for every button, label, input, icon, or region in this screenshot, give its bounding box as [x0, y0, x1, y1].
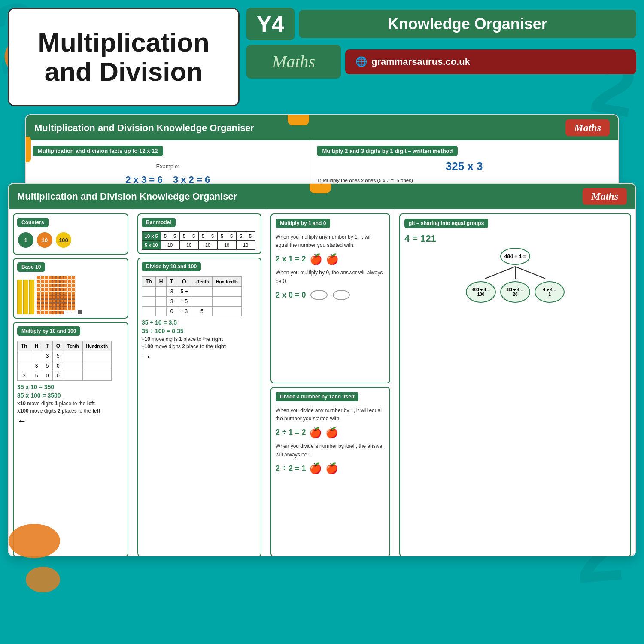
main-header-title: Multiplication and Division Knowledge Or…	[17, 191, 237, 202]
div-1-text1: When you divide any number by 1, it will…	[276, 407, 385, 423]
card-main: Multiplication and Division Knowledge Or…	[8, 183, 636, 556]
div-1-eq-row: 2 ÷ 1 = 2 🍎 🍎	[276, 425, 385, 440]
div-1-itself-section: Divide a number by 1and itself When you …	[270, 387, 390, 556]
base10-label: Base 10	[17, 262, 45, 272]
right-arrow: →	[142, 351, 257, 362]
mult-row-1: 3 5	[18, 351, 112, 361]
div-r3-tenth: 5	[191, 307, 213, 316]
div-rule1: ÷10 move digits 1 place to the right	[142, 336, 257, 342]
bar-model-table: 10 x 5 5 5 5 5 5 5 5 5 5	[142, 231, 255, 250]
apple-4: 🍎	[325, 427, 338, 439]
mult-10-100-table: Th H T O Tenth Hundredth	[17, 341, 112, 381]
col-hundredth: Hundredth	[82, 341, 112, 351]
bottom-badges: Maths 🌐 grammarsaurus.co.uk	[246, 45, 636, 79]
tab-indicator	[25, 137, 31, 162]
div-rule1-text: ÷10 move digits 1 place to the right	[142, 336, 223, 342]
mult-1-eq-row: 2 x 1 = 2 🍎 🍎	[276, 252, 385, 266]
bar-row-1: 10 x 5 5 5 5 5 5 5 5 5 5	[142, 232, 255, 241]
counter-val-1: 1	[18, 232, 33, 248]
ko-badge: Knowledge Organiser	[299, 10, 636, 38]
counters-row: 1 10 100	[17, 231, 124, 249]
div-10-100-table: Th H T O ÷Tenth Hundredth	[142, 276, 242, 316]
base10-bars	[17, 280, 34, 314]
digit-sharing-label: git – sharing into equal groups	[404, 219, 488, 228]
mult-row-3: 3 5 0 0	[18, 371, 112, 381]
year-badge: Y4	[246, 8, 295, 40]
digit-sharing-section: git – sharing into equal groups 4 = 121 …	[399, 213, 631, 556]
col-th: Th	[18, 341, 31, 351]
col-t: T	[42, 341, 52, 351]
bar-val-b3: 10	[198, 241, 217, 250]
apple-2: 🍎	[326, 253, 339, 265]
bar-val-9: 5	[236, 232, 246, 241]
div-row-1: 3 5 ÷	[142, 287, 242, 297]
div-t: T	[167, 277, 177, 287]
mult-0-eq2: 2 x 0 = 0	[276, 291, 306, 300]
tree-node-3: 4 ÷ 4 =1	[535, 281, 565, 303]
apple-1: 🍎	[310, 253, 322, 265]
bar-val-4: 5	[189, 232, 198, 241]
subtitle-text: 4 = 121	[404, 233, 436, 244]
mult-rule1: x10 move digits 1 place to the left	[17, 401, 124, 407]
mult-row-2: 3 5 0	[18, 361, 112, 371]
oval-1	[310, 290, 328, 300]
mult-r2-o: 0	[52, 361, 64, 371]
grammar-text: grammarsaurus.co.uk	[371, 56, 470, 67]
counter-val-100: 100	[56, 232, 71, 248]
top-area: Multiplication and Division Y4 Knowledge…	[8, 8, 636, 106]
tree-diagram: 484 ÷ 4 = 400 ÷ 4 =100	[404, 248, 626, 303]
col-h: H	[31, 341, 42, 351]
bar-label-2: 5 x 10	[142, 241, 161, 250]
top-badges: Y4 Knowledge Organiser	[246, 8, 636, 40]
left-arrow: ←	[17, 416, 124, 427]
div-hundredth: Hundredth	[213, 277, 242, 287]
mult-r1-t: 3	[42, 351, 52, 361]
blob-orange-2	[9, 524, 60, 558]
mult-rule2-x100: x100 move digits 2 places to the left	[17, 408, 100, 414]
base10-unit	[78, 310, 82, 314]
main-maths-badge: Maths	[583, 188, 627, 205]
counters-label: Counters	[17, 218, 49, 227]
tree-node-3-text: 4 ÷ 4 =1	[543, 287, 556, 297]
tree-example: 484 ÷ 4 =	[504, 253, 526, 259]
div-o: O	[177, 277, 191, 287]
grammar-badge: 🌐 grammarsaurus.co.uk	[345, 49, 636, 74]
mult-r3-t: 0	[42, 371, 52, 381]
main-wrapper: Multiplication and Division Y4 Knowledge…	[0, 0, 644, 644]
mult-r3-h: 5	[31, 371, 42, 381]
tree-node-1-text: 400 ÷ 4 =100	[472, 287, 490, 297]
mult-10-100-label: Multiply by 10 and 100	[17, 326, 80, 336]
bar-val-7: 5	[217, 232, 227, 241]
header-right: Y4 Knowledge Organiser Maths 🌐 grammarsa…	[246, 8, 636, 106]
tree-top-node: 484 ÷ 4 =	[500, 248, 530, 265]
main-fold	[310, 184, 331, 193]
bar-val-6: 5	[208, 232, 217, 241]
facts-label: Multiplication and division facts up to …	[33, 146, 163, 156]
bar-val-b1: 10	[161, 241, 179, 250]
mult-r3-o: 0	[52, 371, 64, 381]
globe-icon: 🌐	[355, 56, 367, 67]
div-r2-t: 3	[167, 297, 177, 307]
partial-maths-badge: Maths	[565, 119, 610, 136]
mult-r1-o: 5	[52, 351, 64, 361]
bar-1	[17, 280, 22, 314]
mult-rule1-x10: x10 move digits 1 place to the left	[17, 401, 95, 407]
bar-label-1: 10 x 5	[142, 232, 161, 241]
div-1-itself-label: Divide a number by 1and itself	[276, 392, 358, 401]
mult-0-eq-row: 2 x 0 = 0	[276, 288, 385, 302]
counters-section: Counters 1 10 100	[13, 213, 128, 255]
col-o: O	[52, 341, 64, 351]
card-partial-header: Multiplication and Division Knowledge Or…	[26, 115, 618, 140]
div-th: Th	[142, 277, 156, 287]
div-1-eq1: 2 ÷ 1 = 2	[276, 428, 306, 437]
mult-1-0-section: Multiply by 1 and 0 When you multiply an…	[270, 213, 390, 383]
oval-2	[333, 290, 350, 300]
multiply-10-100-section: Multiply by 10 and 100 Th H T O Tenth Hu…	[13, 322, 128, 556]
div-h: H	[155, 277, 167, 287]
big-calc: 325 x 3	[317, 160, 611, 173]
fold-corner	[288, 115, 309, 125]
bar-val-5: 5	[198, 232, 208, 241]
mult-0-text2: When you multiply by 0, the answer will …	[276, 269, 385, 285]
bar-2	[23, 280, 28, 314]
base10-section: Base 10	[13, 258, 128, 319]
